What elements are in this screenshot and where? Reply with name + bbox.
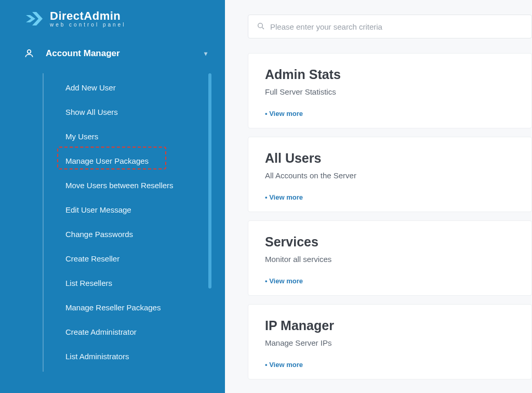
brand-subtitle: web control panel bbox=[50, 22, 126, 28]
sidebar-item[interactable]: Edit User Message bbox=[65, 198, 209, 222]
view-more-link[interactable]: View more bbox=[265, 110, 515, 117]
chevron-down-icon: ▾ bbox=[204, 50, 207, 57]
dashboard-card: Admin StatsFull Server StatisticsView mo… bbox=[248, 53, 532, 128]
view-more-link[interactable]: View more bbox=[265, 361, 515, 369]
nav-section-label: Account Manager bbox=[46, 48, 120, 59]
sidebar-item[interactable]: Move Users between Resellers bbox=[65, 173, 209, 198]
brand-title: DirectAdmin bbox=[50, 9, 126, 23]
search-icon bbox=[257, 22, 265, 32]
sidebar-item[interactable]: Add New User bbox=[65, 75, 209, 100]
sidebar-item[interactable]: List Resellers bbox=[65, 271, 209, 295]
card-subtitle: Full Server Statistics bbox=[265, 87, 515, 96]
svg-point-3 bbox=[258, 23, 263, 28]
cards-container: Admin StatsFull Server StatisticsView mo… bbox=[248, 53, 532, 379]
svg-marker-0 bbox=[26, 15, 35, 22]
card-title: Admin Stats bbox=[265, 67, 515, 82]
brand-logo-icon bbox=[25, 10, 45, 28]
sidebar-item[interactable]: Manage User Packages bbox=[65, 149, 209, 173]
sidebar-item[interactable]: Create Administrator bbox=[65, 320, 209, 344]
nav-section: Account Manager ▾ Add New UserShow All U… bbox=[0, 48, 225, 372]
sidebar-item[interactable]: Change Passwords bbox=[65, 222, 209, 246]
highlight-annotation bbox=[57, 147, 166, 169]
sidebar: DirectAdmin web control panel Account Ma… bbox=[0, 0, 225, 393]
card-title: IP Manager bbox=[265, 318, 515, 333]
svg-point-2 bbox=[28, 50, 31, 54]
user-icon bbox=[24, 48, 34, 59]
brand-text: DirectAdmin web control panel bbox=[50, 9, 126, 28]
sidebar-item[interactable]: Manage Reseller Packages bbox=[65, 295, 209, 320]
nav-section-header[interactable]: Account Manager ▾ bbox=[24, 48, 209, 59]
dashboard-card: All UsersAll Accounts on the ServerView … bbox=[248, 137, 532, 212]
sidebar-item[interactable]: Create Reseller bbox=[65, 246, 209, 271]
sidebar-item[interactable]: List Administrators bbox=[65, 344, 209, 369]
card-title: All Users bbox=[265, 151, 515, 166]
nav-submenu: Add New UserShow All UsersMy UsersManage… bbox=[43, 73, 209, 372]
card-subtitle: Manage Server IPs bbox=[265, 338, 515, 347]
dashboard-card: IP ManagerManage Server IPsView more bbox=[248, 304, 532, 379]
card-subtitle: All Accounts on the Server bbox=[265, 171, 515, 180]
brand-row: DirectAdmin web control panel bbox=[0, 9, 225, 28]
card-subtitle: Monitor all services bbox=[265, 255, 515, 264]
sidebar-item[interactable]: My Users bbox=[65, 124, 209, 149]
dashboard-card: ServicesMonitor all servicesView more bbox=[248, 220, 532, 296]
svg-line-4 bbox=[262, 27, 264, 29]
card-title: Services bbox=[265, 234, 515, 250]
search-input[interactable] bbox=[270, 22, 523, 31]
sidebar-item[interactable]: Show All Users bbox=[65, 100, 209, 124]
search-box[interactable] bbox=[248, 15, 532, 38]
view-more-link[interactable]: View more bbox=[265, 277, 515, 285]
main-content: Admin StatsFull Server StatisticsView mo… bbox=[225, 0, 532, 393]
view-more-link[interactable]: View more bbox=[265, 193, 515, 201]
